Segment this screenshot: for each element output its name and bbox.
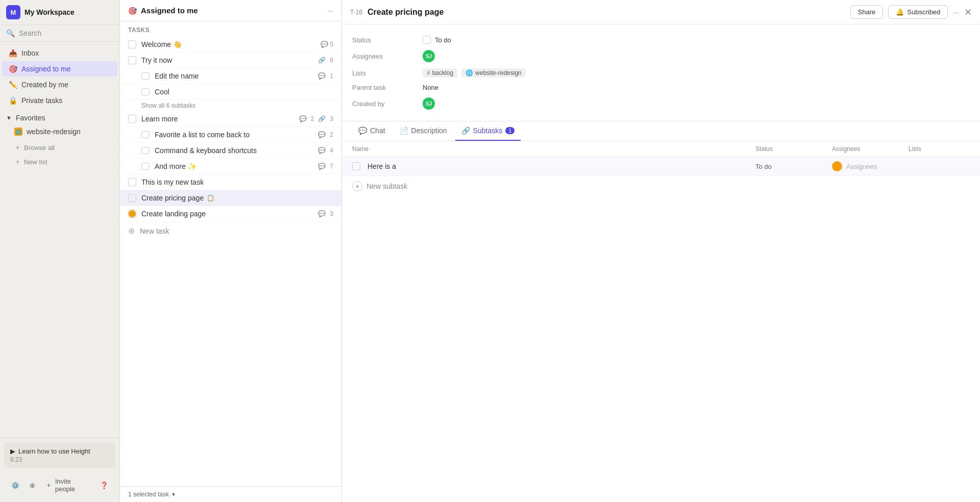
task-name-try-it-now: Try it now xyxy=(141,56,313,64)
assignees-label: Assignees xyxy=(352,53,419,60)
subtask-assignees-cell[interactable]: Assignees xyxy=(832,161,909,171)
tab-chat[interactable]: 💬 Chat xyxy=(352,121,391,141)
subtask-name-keyboard: Command & keyboard shortcuts xyxy=(155,146,313,155)
table-row[interactable]: Create landing page 💬 3 xyxy=(120,206,341,222)
plus-circle-icon: + xyxy=(352,181,362,191)
task-bottom-bar: 1 selected task ▾ xyxy=(120,486,341,502)
col-header-lists: Lists xyxy=(909,145,970,153)
parent-task-text: None xyxy=(423,84,438,91)
detail-panel: T-16 Create pricing page Share 🔔 Subscri… xyxy=(342,0,980,502)
search-icon: 🔍 xyxy=(6,29,15,37)
tab-description[interactable]: 📄 Description xyxy=(394,121,453,141)
settings-button[interactable]: ⚙️ xyxy=(6,479,24,492)
table-row[interactable]: Favorite a list to come back to 💬 2 xyxy=(120,127,341,143)
comment-icon: 💬 xyxy=(318,72,326,80)
task-meta-learn: 💬 2 🔗 3 xyxy=(299,115,333,122)
assignees-value: SJ xyxy=(423,50,970,62)
workspace-icon: M xyxy=(6,5,20,19)
subtask-name-cool: Cool xyxy=(155,88,333,96)
subtask-row-item: To do Assignees xyxy=(342,157,980,176)
sidebar-item-private-tasks[interactable]: 🔒 Private tasks xyxy=(2,93,117,108)
website-redesign-label: website-redesign xyxy=(27,128,81,136)
task-list-header-actions[interactable]: ··· xyxy=(327,7,333,15)
table-header: Name Status Assignees Lists xyxy=(342,141,980,157)
table-row[interactable]: Cool xyxy=(120,84,341,100)
new-list-label: New list xyxy=(24,158,47,166)
workspace-header[interactable]: M My Workspace xyxy=(0,0,119,25)
selected-count-label: 1 selected task xyxy=(128,491,169,498)
new-task-label: New task xyxy=(140,227,169,235)
task-checkbox[interactable] xyxy=(128,56,136,64)
table-row[interactable]: Create pricing page 📋 xyxy=(120,190,341,206)
new-task-row[interactable]: ⊕ New task xyxy=(120,222,341,240)
table-row[interactable]: This is my new task xyxy=(120,174,341,190)
sidebar-nav: 📥 Inbox 🎯 Assigned to me ✏️ Created by m… xyxy=(0,42,119,438)
task-checkbox[interactable] xyxy=(128,194,136,202)
task-checkbox[interactable] xyxy=(141,88,150,95)
task-checkbox[interactable] xyxy=(141,72,150,80)
learn-title: ▶ Learn how to use Height xyxy=(10,447,109,455)
invite-label: Invite people xyxy=(55,478,90,493)
favorites-header[interactable]: ▼ Favorites xyxy=(0,111,119,125)
private-label: Private tasks xyxy=(21,96,62,105)
new-list-item[interactable]: ＋ New list xyxy=(0,155,119,169)
task-checkbox[interactable] xyxy=(141,163,150,170)
table-row[interactable]: Welcome 👋 💬 5 xyxy=(120,37,341,53)
avatar[interactable]: SJ xyxy=(423,50,435,62)
search-label: Search xyxy=(19,29,41,37)
task-name-new-task: This is my new task xyxy=(141,178,333,186)
website-redesign-icon: 🌐 xyxy=(14,128,22,136)
share-button[interactable]: Share xyxy=(850,5,884,19)
show-subtasks-link[interactable]: Show all 6 subtasks xyxy=(120,100,341,111)
parent-task-row: Parent task None xyxy=(352,81,970,94)
task-checkbox[interactable] xyxy=(141,131,150,138)
detail-header: T-16 Create pricing page Share 🔔 Subscri… xyxy=(342,0,980,24)
task-checkbox[interactable] xyxy=(128,178,136,186)
tab-subtasks[interactable]: 🔗 Subtasks 1 xyxy=(455,121,521,141)
table-row[interactable]: Command & keyboard shortcuts 💬 4 xyxy=(120,143,341,159)
status-in-progress-icon xyxy=(129,210,136,217)
subtask-name-input[interactable] xyxy=(365,161,755,171)
detail-tabs: 💬 Chat 📄 Description 🔗 Subtasks 1 xyxy=(342,121,980,141)
list-tag-backlog[interactable]: # backlog xyxy=(423,68,457,78)
task-checkbox[interactable] xyxy=(128,210,136,218)
sidebar-item-inbox[interactable]: 📥 Inbox xyxy=(2,45,117,61)
close-button[interactable]: ✕ xyxy=(964,7,972,18)
status-checkbox[interactable] xyxy=(423,36,431,44)
sidebar-item-assigned-to-me[interactable]: 🎯 Assigned to me xyxy=(2,61,117,77)
task-checkbox[interactable] xyxy=(128,115,136,123)
sidebar-item-website-redesign[interactable]: 🌐 website-redesign xyxy=(0,125,119,138)
subtask-checkbox[interactable] xyxy=(352,162,360,170)
add-button[interactable]: ⊕ xyxy=(24,479,40,492)
task-list-header: 🎯 Assigned to me ··· xyxy=(120,0,341,21)
subtask-assignee-avatar xyxy=(832,161,842,171)
comment-icon: 💬 xyxy=(318,210,326,217)
description-icon: 📄 xyxy=(400,127,408,135)
table-row[interactable]: And more ✨ 💬 7 xyxy=(120,159,341,174)
table-row[interactable]: Edit the name 💬 1 xyxy=(120,68,341,84)
list-tag-website-redesign[interactable]: 🌐 website-redesign xyxy=(461,68,526,78)
task-id: T-16 xyxy=(350,9,362,16)
subtask-status-cell: To do xyxy=(755,163,832,170)
bell-icon: 🔔 xyxy=(896,8,904,16)
help-button[interactable]: ❓ xyxy=(95,479,113,492)
comment-icon: 💬 xyxy=(318,163,326,170)
help-icon: ❓ xyxy=(100,482,108,489)
search-bar[interactable]: 🔍 Search xyxy=(0,25,119,42)
task-list-title: Assigned to me xyxy=(141,6,198,15)
task-checkbox[interactable] xyxy=(128,40,136,48)
browse-all-item[interactable]: ＋ Browse all xyxy=(0,140,119,155)
learn-box[interactable]: ▶ Learn how to use Height 6:23 xyxy=(4,442,115,468)
favorites-section: ▼ Favorites 🌐 website-redesign xyxy=(0,109,119,140)
add-subtask-row[interactable]: + New subtask xyxy=(342,176,980,196)
invite-people-button[interactable]: ＋ Invite people xyxy=(40,474,95,496)
table-row[interactable]: Try it now 🔗 6 xyxy=(120,53,341,68)
col-header-assignees: Assignees xyxy=(832,145,909,153)
assigned-icon: 🎯 xyxy=(8,64,17,73)
table-row[interactable]: Learn more 💬 2 🔗 3 xyxy=(120,111,341,127)
task-checkbox[interactable] xyxy=(141,147,150,154)
comment-icon: 💬 xyxy=(299,115,307,122)
subscribed-button[interactable]: 🔔 Subscribed xyxy=(888,5,948,19)
sidebar-item-created-by-me[interactable]: ✏️ Created by me xyxy=(2,77,117,92)
more-options-icon[interactable]: ··· xyxy=(953,8,959,16)
